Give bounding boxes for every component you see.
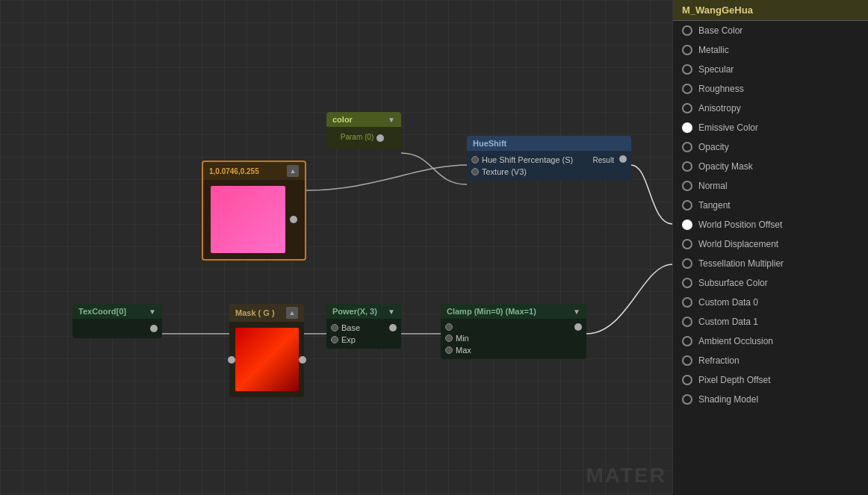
- panel-item-subsurface-color[interactable]: Subsurface Color: [673, 273, 868, 293]
- color-preview-pink: [211, 186, 285, 253]
- port-color-out[interactable]: [376, 134, 384, 142]
- panel-dot-8: [682, 181, 692, 191]
- port-clamp-in[interactable]: [445, 323, 453, 331]
- panel-label-3: Roughness: [698, 84, 744, 94]
- hueshift-result-label: Result: [593, 156, 614, 164]
- watermark-text: MATER: [586, 464, 666, 488]
- material-output-panel: M_WangGeHua Base ColorMetallicSpecularRo…: [672, 0, 868, 495]
- panel-item-tangent[interactable]: Tangent: [673, 196, 868, 215]
- port-hueshift-in-2[interactable]: [471, 168, 479, 175]
- port-mask-in[interactable]: [228, 356, 235, 364]
- panel-item-refraction[interactable]: Refraction: [673, 351, 868, 370]
- node-mask-title: Mask ( G ): [235, 308, 275, 317]
- panel-item-anisotropy[interactable]: Anisotropy: [673, 99, 868, 118]
- color-preview-red: [235, 328, 299, 391]
- node-mask-header: Mask ( G ) ▲: [229, 304, 304, 322]
- port-clamp-min-in[interactable]: [445, 334, 453, 342]
- panel-item-opacity-mask[interactable]: Opacity Mask: [673, 157, 868, 176]
- panel-label-7: Opacity Mask: [698, 161, 753, 172]
- node-color-header: color ▼: [326, 112, 401, 127]
- node-mask[interactable]: Mask ( G ) ▲: [229, 304, 304, 397]
- port-power-exp-in[interactable]: [331, 336, 338, 343]
- collapse-arrow-icon[interactable]: ▼: [388, 116, 395, 124]
- power-base-label: Base: [341, 323, 360, 332]
- port-mask-out[interactable]: [299, 356, 306, 364]
- collapse-arrow-power[interactable]: ▼: [388, 308, 395, 316]
- port-hueshift-in-1[interactable]: [471, 156, 479, 164]
- panel-label-5: Emissive Color: [698, 122, 758, 133]
- panel-dot-7: [682, 161, 692, 172]
- node-clamp-body: Min Max: [441, 319, 586, 359]
- panel-item-shading-model[interactable]: Shading Model: [673, 390, 868, 409]
- panel-label-17: Refraction: [698, 355, 740, 366]
- node-texcoord-title: TexCoord[0]: [78, 307, 126, 316]
- clamp-port-max: Max: [441, 344, 586, 356]
- node-color-param[interactable]: color ▼ Param (0): [326, 112, 401, 149]
- panel-dot-16: [682, 336, 692, 346]
- node-hueshift[interactable]: HueShift Hue Shift Percentage (S) Result…: [467, 136, 631, 181]
- hueshift-port-label-2: Texture (V3): [482, 167, 527, 176]
- port-texcoord-out[interactable]: [150, 325, 158, 332]
- hueshift-port-row-2: Texture (V3): [467, 166, 631, 178]
- panel-item-custom-data-1[interactable]: Custom Data 1: [673, 312, 868, 331]
- port-power-base-in[interactable]: [331, 324, 338, 331]
- collapse-arrow-clamp[interactable]: ▼: [573, 308, 580, 316]
- node-swatch-value: 1,0.0746,0.255: [209, 167, 259, 175]
- node-clamp-title: Clamp (Min=0) (Max=1): [447, 307, 536, 316]
- node-color-body: Param (0): [326, 127, 401, 149]
- panel-dot-12: [682, 258, 692, 269]
- port-clamp-out[interactable]: [574, 323, 582, 331]
- panel-item-world-position-offset[interactable]: World Position Offset: [673, 215, 868, 234]
- panel-item-ambient-occlusion[interactable]: Ambient Occlusion: [673, 331, 868, 351]
- node-color-subtitle: Param (0): [341, 131, 373, 145]
- node-clamp-header: Clamp (Min=0) (Max=1) ▼: [441, 304, 586, 319]
- port-hueshift-out[interactable]: [619, 155, 627, 163]
- panel-item-tessellation-multiplier[interactable]: Tessellation Multiplier: [673, 254, 868, 273]
- port-clamp-max-in[interactable]: [445, 346, 453, 354]
- panel-dot-14: [682, 297, 692, 308]
- panel-dot-1: [682, 45, 692, 55]
- panel-item-world-displacement[interactable]: World Displacement: [673, 234, 868, 254]
- panel-item-pixel-depth-offset[interactable]: Pixel Depth Offset: [673, 370, 868, 390]
- panel-item-normal[interactable]: Normal: [673, 176, 868, 196]
- panel-item-metallic[interactable]: Metallic: [673, 40, 868, 60]
- panel-dot-19: [682, 394, 692, 405]
- panel-label-10: World Position Offset: [698, 220, 782, 230]
- panel-label-15: Custom Data 1: [698, 317, 758, 327]
- panel-label-2: Specular: [698, 64, 734, 75]
- panel-dot-0: [682, 25, 692, 36]
- panel-label-0: Base Color: [698, 25, 743, 36]
- panel-item-base-color[interactable]: Base Color: [673, 21, 868, 40]
- expand-btn-icon[interactable]: ▲: [287, 165, 299, 177]
- port-swatch-out[interactable]: [290, 216, 297, 223]
- panel-label-19: Shading Model: [698, 394, 758, 405]
- node-clamp[interactable]: Clamp (Min=0) (Max=1) ▼ Min Max: [441, 304, 586, 359]
- panel-label-13: Subsurface Color: [698, 278, 768, 288]
- port-power-out[interactable]: [389, 324, 397, 331]
- panel-dot-15: [682, 317, 692, 327]
- node-color-swatch[interactable]: 1,0.0746,0.255 ▲: [202, 161, 306, 261]
- node-texcoord[interactable]: TexCoord[0] ▼: [72, 304, 162, 338]
- panel-item-emissive-color[interactable]: Emissive Color: [673, 118, 868, 137]
- node-hueshift-header: HueShift: [467, 136, 631, 151]
- panel-dot-9: [682, 200, 692, 211]
- panel-item-opacity[interactable]: Opacity: [673, 137, 868, 157]
- node-power-title: Power(X, 3): [332, 307, 377, 316]
- node-color-title: color: [332, 115, 353, 124]
- clamp-port-min: Min: [441, 332, 586, 344]
- collapse-arrow-texcoord[interactable]: ▼: [149, 308, 156, 316]
- node-mask-body: [229, 322, 304, 397]
- node-swatch-header: 1,0.0746,0.255 ▲: [203, 162, 305, 180]
- node-power[interactable]: Power(X, 3) ▼ Base Exp: [326, 304, 401, 349]
- panel-dot-10: [682, 220, 692, 230]
- panel-label-6: Opacity: [698, 142, 729, 152]
- panel-item-custom-data-0[interactable]: Custom Data 0: [673, 293, 868, 312]
- expand-btn-mask[interactable]: ▲: [286, 307, 298, 319]
- panel-dot-11: [682, 239, 692, 249]
- panel-item-roughness[interactable]: Roughness: [673, 79, 868, 99]
- panel-item-specular[interactable]: Specular: [673, 60, 868, 79]
- panel-label-11: World Displacement: [698, 239, 778, 249]
- node-texcoord-header: TexCoord[0] ▼: [72, 304, 162, 319]
- panel-title: M_WangGeHua: [673, 0, 868, 21]
- node-hueshift-title: HueShift: [473, 139, 506, 148]
